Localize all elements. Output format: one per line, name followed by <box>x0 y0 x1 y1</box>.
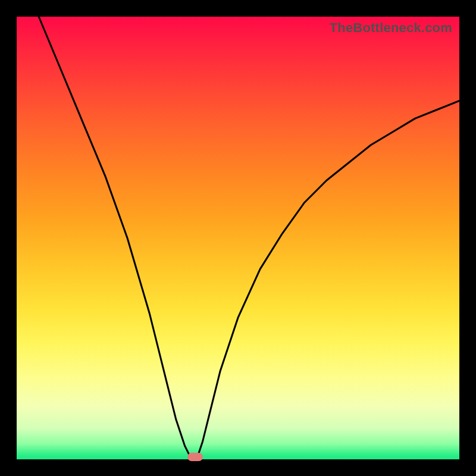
plot-area: TheBottleneck.com <box>17 17 459 459</box>
chart-frame: TheBottleneck.com <box>0 0 476 476</box>
optimum-marker <box>187 453 203 461</box>
bottleneck-curve <box>17 17 459 459</box>
